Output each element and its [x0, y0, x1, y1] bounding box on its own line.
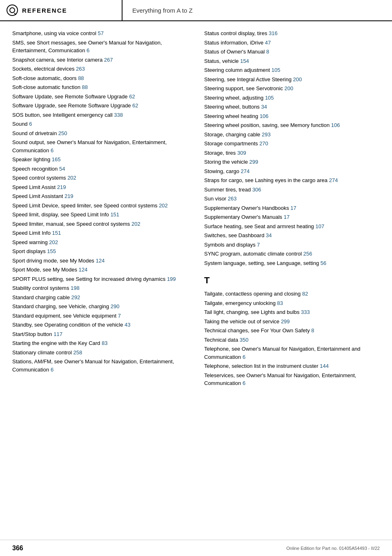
entry-text: Speed limiter, manual, see Speed control…: [12, 221, 131, 227]
list-item: Speed control systems 202: [12, 174, 188, 182]
entry-text: Steering, see Integral Active Steering: [204, 76, 293, 82]
entry-text: Standard charging, see Vehicle, charging: [12, 303, 111, 309]
entry-text: Sport driving mode, see My Modes: [12, 258, 96, 264]
entry-num: 250: [58, 130, 67, 136]
entry-num: 82: [302, 291, 308, 297]
list-item: Tailgate, emergency unlocking 83: [204, 299, 380, 307]
entry-text: Status information, iDrive: [204, 40, 265, 46]
entry-num: 293: [262, 131, 271, 138]
entry-text: Symbols and displays: [204, 242, 257, 248]
entry-text: Sound of drivetrain: [12, 130, 58, 136]
entry-num: 292: [71, 294, 80, 300]
entry-text: Software Upgrade, see Remote Software Up…: [12, 102, 132, 109]
entry-num: 199: [167, 276, 176, 282]
list-item: Speed limit, display, see Speed Limit In…: [12, 211, 188, 219]
list-item: Supplementary Owner's Handbooks 17: [204, 204, 380, 212]
entry-text: Steering wheel position, saving, see Mem…: [204, 122, 331, 128]
search-icon-inner: [9, 7, 15, 13]
entry-text: Status control display, tires: [204, 30, 269, 36]
entry-num: 154: [240, 58, 249, 64]
entry-num: 290: [111, 303, 120, 309]
entry-num: 34: [266, 232, 272, 238]
entry-num: 333: [301, 309, 310, 315]
entry-num: 267: [104, 57, 113, 63]
entry-num: 17: [284, 214, 290, 220]
entry-num: 256: [303, 251, 312, 257]
entry-text: System language, setting, see Language, …: [204, 260, 321, 266]
entry-text: Standard equipment, see Vehicle equipmen…: [12, 313, 118, 319]
entry-text: Tail light, changing, see Lights and bul…: [204, 309, 301, 315]
entry-num: 198: [71, 285, 80, 291]
list-item: Sport displays 155: [12, 247, 188, 256]
entry-text: Summer tires, tread: [204, 187, 252, 193]
entry-text: Storage, tires: [204, 150, 237, 156]
entry-text: Supplementary Owner's Manuals: [204, 214, 284, 220]
left-column: Smartphone, using via voice control 57SM…: [12, 29, 200, 389]
page-number: 366: [12, 545, 23, 552]
main-content: Smartphone, using via voice control 57SM…: [0, 21, 392, 413]
entry-text: Storing the vehicle: [204, 159, 249, 165]
entry-num: 88: [78, 75, 84, 81]
entry-text: Soft-close automatic, doors: [12, 75, 78, 81]
entry-num: 47: [265, 40, 271, 46]
entry-num: 299: [249, 159, 258, 165]
list-item: Speech recognition 54: [12, 165, 188, 173]
entry-text: Steering column adjustment: [204, 67, 272, 73]
list-item: Speed Limit Info 151: [12, 229, 188, 237]
list-item: Sockets, electrical devices 263: [12, 65, 188, 73]
entry-num: 299: [281, 318, 290, 325]
entry-num: 57: [98, 30, 104, 36]
entry-num: 117: [53, 331, 62, 337]
page-header: REFERENCE Everything from A to Z: [0, 0, 392, 21]
list-item: Symbols and displays 7: [204, 241, 380, 249]
list-item: Surface heating, see Seat and armrest he…: [204, 222, 380, 231]
list-item: Soft-close automatic function 88: [12, 83, 188, 91]
entry-num: 202: [131, 221, 140, 227]
entry-text: Telephone, selection list in the instrum…: [204, 363, 320, 369]
entry-num: 350: [240, 337, 249, 343]
entry-text: Speech recognition: [12, 166, 59, 172]
entry-text: Sport displays: [12, 248, 47, 254]
entry-text: Stationary climate control: [12, 349, 74, 356]
entry-num: 6: [51, 147, 53, 153]
list-item: Sound output, see Owner's Manual for Nav…: [12, 138, 188, 154]
list-item: Standard charging cable 292: [12, 294, 188, 302]
entry-text: Technical data: [204, 337, 240, 343]
list-item: Switches, see Dashboard 34: [204, 231, 380, 240]
entry-num: 6: [51, 367, 53, 373]
list-item: Standard charging, see Vehicle, charging…: [12, 302, 188, 311]
list-item: Storage, charging cable 293: [204, 131, 380, 139]
entry-num: 263: [76, 66, 85, 72]
entry-num: 54: [59, 166, 65, 172]
entry-text: Surface heating, see Seat and armrest he…: [204, 223, 315, 229]
entry-num: 106: [331, 122, 340, 128]
entry-num: 83: [277, 300, 283, 306]
list-item: Steering wheel, adjusting 105: [204, 94, 380, 102]
entry-text: Sockets, electrical devices: [12, 66, 76, 72]
list-item: Steering support, see Servotronic 200: [204, 85, 380, 93]
entry-text: Software Update, see Remote Software Upg…: [12, 93, 129, 100]
entry-text: Speed Limit Info: [12, 230, 52, 236]
entry-num: 263: [228, 196, 237, 202]
entry-text: Status of Owner's Manual: [204, 49, 266, 55]
entry-num: 6: [87, 47, 89, 53]
entry-text: Tailgate, emergency unlocking: [204, 300, 277, 306]
entry-text: Storage compartments: [204, 140, 259, 147]
entry-text: Speed control systems: [12, 175, 67, 181]
entry-num: 338: [114, 112, 123, 118]
list-item: Stationary climate control 258: [12, 349, 188, 357]
page-footer: 366 Online Edition for Part no. 01405A54…: [0, 540, 392, 556]
list-item: Status control display, tires 316: [204, 29, 380, 38]
entry-num: 270: [259, 140, 268, 147]
list-item: SPORT PLUS setting, see Setting for incr…: [12, 275, 188, 283]
list-item: Software Update, see Remote Software Upg…: [12, 93, 188, 101]
entry-text: Taking the vehicle out of service: [204, 318, 281, 325]
entry-num: 105: [272, 67, 281, 73]
list-item: SMS, see Short messages, see Owner's Man…: [12, 39, 188, 55]
header-left: REFERENCE: [0, 0, 122, 20]
list-item: Storage, tires 309: [204, 149, 380, 157]
entry-text: Speed Limit Device, speed limiter, see S…: [12, 202, 159, 209]
entry-text: Stability control systems: [12, 285, 71, 291]
entry-num: 62: [129, 93, 135, 100]
entry-text: Supplementary Owner's Handbooks: [204, 205, 290, 211]
